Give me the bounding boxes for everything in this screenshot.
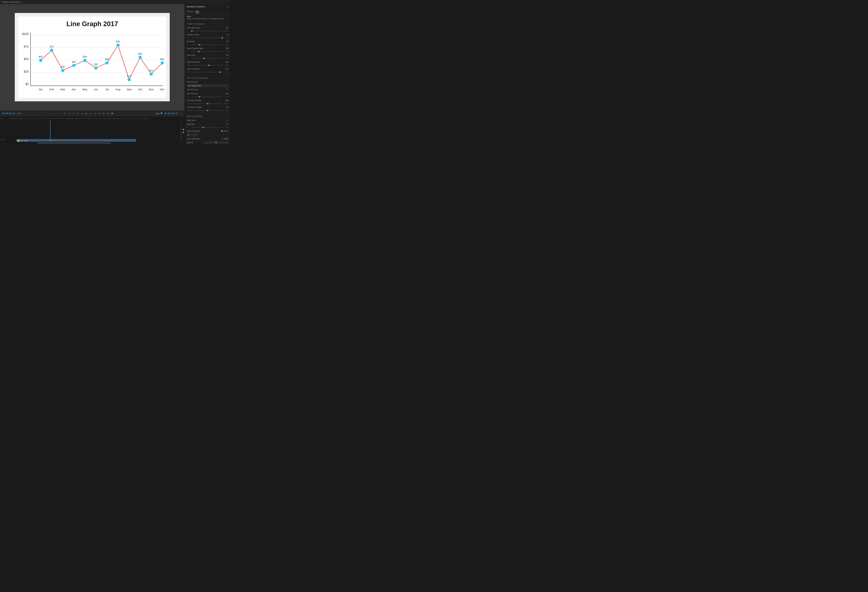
chart-controls-section: CHART CONTROLS Chart Max Value 100 0 800…: [185, 22, 230, 76]
space-slider[interactable]: [192, 51, 222, 52]
top-y-thumb[interactable]: [207, 110, 208, 111]
step-back-btn[interactable]: ◁: [80, 112, 84, 115]
chart-size-value[interactable]: 80: [223, 54, 229, 56]
chart-svg: Line Graph 2017 $100 $75 $50 $25 $0: [18, 16, 166, 98]
space-slider-row: 0 600: [187, 51, 229, 52]
svg-text:May: May: [82, 88, 87, 91]
top-x-slider[interactable]: [193, 104, 222, 104]
scroll-thumb[interactable]: [37, 142, 111, 144]
top-size-thumb[interactable]: [199, 96, 200, 98]
top-x-value[interactable]: 956: [223, 99, 229, 102]
scale-0: -3: [181, 120, 182, 122]
chart-y-label: Chart Y Position: [187, 68, 223, 70]
svg-text:Jun: Jun: [94, 88, 98, 91]
ruler-mark-10: 00;00;11;00: [94, 117, 103, 120]
watermark: motion-graphic-cinematique.net: [83, 140, 101, 141]
bar-width-label: Bar Width: [187, 41, 223, 43]
top-y-slider[interactable]: [193, 110, 222, 111]
menu-icon[interactable]: ≡: [21, 1, 22, 3]
zoom-dropdown[interactable]: ▾: [20, 112, 21, 114]
fit-label[interactable]: Fit: [18, 112, 19, 114]
bar-width-slider[interactable]: [192, 44, 222, 45]
panel-menu-icon[interactable]: ≡: [227, 5, 229, 8]
bottom-scrollbar[interactable]: [0, 142, 185, 144]
top-color-eyedropper[interactable]: ✏: [227, 88, 229, 91]
mark-out-btn[interactable]: }: [72, 112, 75, 115]
chart-y-value[interactable]: 931: [223, 68, 229, 70]
chart-x-value[interactable]: 243: [223, 61, 229, 63]
top-size-min: 0: [187, 96, 191, 98]
num-bars-slider[interactable]: [192, 38, 222, 38]
svg-text:$12: $12: [127, 75, 131, 77]
chart-y-thumb[interactable]: [220, 71, 221, 73]
svg-point-20: [139, 56, 142, 59]
scale-9: -30: [180, 132, 182, 133]
goto-out-btn[interactable]: ⇥: [93, 112, 97, 115]
top-size-value[interactable]: 100: [223, 93, 229, 95]
data-size-min: 0: [187, 127, 191, 128]
top-x-min: -32768: [187, 103, 192, 105]
bar-width-thumb[interactable]: [199, 44, 200, 46]
safe-margin-btn[interactable]: ⊡: [102, 112, 105, 115]
svg-point-21: [150, 73, 153, 75]
chart-y-slider[interactable]: [192, 72, 222, 72]
loop-btn[interactable]: ↺: [97, 112, 101, 115]
svg-text:Nov: Nov: [149, 88, 154, 91]
chart-max-slider[interactable]: [192, 31, 222, 31]
top-title-section: TOP TITLE CONTROLS Top Title Text Top Te…: [185, 76, 230, 114]
chart-max-slider-row: 0 80000: [187, 30, 229, 32]
chart-size-max: 200: [223, 58, 229, 59]
top-x-thumb[interactable]: [207, 103, 208, 104]
chart-max-value[interactable]: 100: [223, 27, 229, 29]
chart-x-slider[interactable]: [192, 65, 222, 65]
chart-size-thumb[interactable]: [204, 58, 205, 59]
top-x-slider-row: -32768 32768: [187, 103, 229, 105]
tab-edit[interactable]: Edit: [196, 10, 199, 13]
panel-title: Essential Graphics: [187, 5, 205, 8]
top-size-slider-row: 0 400: [187, 96, 229, 98]
clip-bar[interactable]: Line Graph: [16, 139, 136, 142]
prefix-input[interactable]: [187, 133, 198, 136]
chart-max-max: 80000: [223, 30, 229, 32]
bar-width-value[interactable]: 75: [223, 41, 229, 43]
svg-text:$40: $40: [72, 61, 76, 63]
bar-width-min: 0: [187, 44, 191, 46]
svg-text:$50: $50: [24, 57, 29, 61]
top-y-value[interactable]: 86: [223, 107, 229, 108]
top-color-row: Top Text Color ✏: [187, 88, 229, 91]
full-label[interactable]: Full: [156, 112, 159, 115]
top-title-input[interactable]: [187, 84, 229, 87]
preview-canvas: Line Graph 2017 $100 $75 $50 $25 $0: [0, 4, 185, 110]
chart-max-thumb[interactable]: [191, 30, 193, 32]
top-y-row: Top Title Y Position 86: [187, 106, 229, 109]
chart-x-thumb[interactable]: [208, 65, 210, 66]
space-thumb[interactable]: [198, 51, 199, 52]
prefix-checkbox[interactable]: ✓: [221, 130, 223, 132]
suffix-label: Type Suffix Here: [187, 138, 221, 140]
chart-size-slider[interactable]: [192, 58, 222, 59]
data-size-thumb[interactable]: [202, 127, 204, 128]
output-btn[interactable]: ⊞: [106, 112, 109, 115]
mark-in-btn[interactable]: {: [67, 112, 71, 115]
goto-in-btn[interactable]: ⇤: [76, 112, 79, 115]
num-bars-thumb[interactable]: [221, 37, 223, 38]
chart-x-label: Chart X Position: [187, 61, 223, 63]
tab-browse[interactable]: Browse: [187, 10, 193, 13]
chart-y-min: -1080: [187, 71, 191, 73]
svg-text:$23: $23: [149, 69, 153, 72]
num-bars-value[interactable]: 12: [223, 34, 229, 36]
ruler-mark-8: 00;00;09;00: [75, 117, 84, 120]
play-btn[interactable]: ▷: [85, 112, 88, 115]
ripple-btn[interactable]: ⊙: [63, 112, 66, 115]
space-value[interactable]: 138: [223, 47, 229, 49]
data-size-value[interactable]: 37: [223, 123, 229, 125]
prefix-checkbox-label: Prefix: [224, 130, 229, 132]
camera-btn[interactable]: 📷: [111, 112, 114, 115]
step-forward-btn[interactable]: ▷: [89, 112, 92, 115]
add-icon[interactable]: +: [179, 112, 182, 115]
suffix-checkbox[interactable]: [221, 138, 223, 140]
data-val-0[interactable]: [204, 141, 229, 144]
data-color-eyedropper[interactable]: ✏: [227, 119, 229, 121]
nav-icon[interactable]: ⊳⊲: [1, 138, 5, 141]
playhead[interactable]: [50, 120, 50, 142]
